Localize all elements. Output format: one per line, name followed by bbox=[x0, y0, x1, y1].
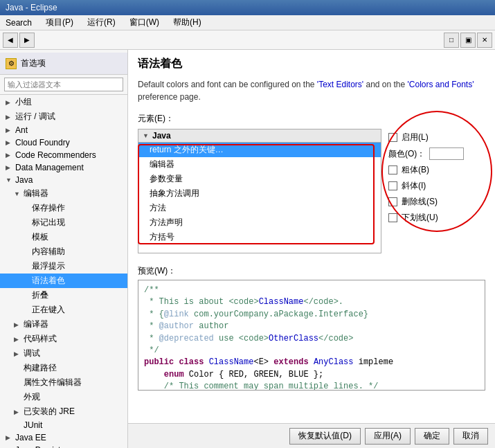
sidebar-item-compiler[interactable]: ▶编译器 bbox=[0, 317, 127, 332]
italic-row: 斜体(I) bbox=[388, 180, 485, 192]
list-item-param-var[interactable]: 参数变量 bbox=[138, 172, 381, 186]
sidebar-item-build-path[interactable]: 构建路径 bbox=[0, 361, 127, 375]
toolbar-btn-1[interactable]: ◀ bbox=[3, 33, 18, 48]
bottom-bar: 恢复默认值(D) 应用(A) 确定 取消 bbox=[128, 423, 495, 448]
color-preview[interactable] bbox=[429, 147, 464, 160]
list-item-method-decl[interactable]: 方法声明 bbox=[138, 215, 381, 230]
bold-row: 粗体(B) bbox=[388, 164, 485, 176]
strike-checkbox[interactable] bbox=[388, 197, 397, 206]
menu-window[interactable]: 窗口(W) bbox=[127, 15, 162, 30]
colors-fonts-link[interactable]: 'Colors and Fonts' bbox=[408, 80, 474, 89]
filter-container bbox=[0, 75, 127, 95]
sidebar-item-java-persistence[interactable]: ▶Java Persistence bbox=[0, 444, 127, 448]
apply-button[interactable]: 应用(A) bbox=[365, 428, 411, 445]
bold-checkbox[interactable] bbox=[388, 165, 397, 174]
enable-checkbox[interactable] bbox=[388, 133, 397, 142]
menu-run[interactable]: 运行(R) bbox=[84, 15, 118, 30]
content-inner: 语法着色 Default colors and font can be conf… bbox=[128, 50, 495, 423]
sidebar-item-label-hover: 最浮提示 bbox=[32, 260, 65, 272]
preview-line: * This is about <code>ClassName</code>. bbox=[144, 296, 479, 308]
text-editors-link[interactable]: 'Text Editors' bbox=[317, 80, 363, 89]
list-box[interactable]: ▼ Java return 之外的关键…编辑器参数变量抽象方法调用方法方法声明方… bbox=[138, 129, 381, 253]
sidebar-item-run-debug[interactable]: ▶运行 / 调试 bbox=[0, 109, 127, 124]
sidebar-item-editor[interactable]: ▼编辑器 bbox=[0, 186, 127, 201]
sidebar-item-template[interactable]: 模板 bbox=[0, 230, 127, 244]
color-row: 颜色(O)： bbox=[388, 147, 485, 160]
sidebar-item-folding[interactable]: 折叠 bbox=[0, 288, 127, 303]
sidebar-item-typing[interactable]: 正在键入 bbox=[0, 303, 127, 317]
sidebar-item-code-style[interactable]: ▶代码样式 bbox=[0, 332, 127, 346]
expand-arrow-installed-jre: ▶ bbox=[14, 409, 21, 415]
sidebar-item-junit[interactable]: JUnit bbox=[0, 419, 127, 431]
list-item-bracket[interactable]: 方括号 bbox=[138, 230, 381, 244]
sidebar-item-label-editor: 编辑器 bbox=[24, 188, 48, 199]
sidebar-item-syntax-color[interactable]: 语法着色 bbox=[0, 274, 127, 288]
two-col: ▼ Java return 之外的关键…编辑器参数变量抽象方法调用方法方法声明方… bbox=[138, 129, 485, 256]
menu-help[interactable]: 帮助(H) bbox=[170, 15, 204, 30]
sidebar-item-label-installed-jre: 已安装的 JRE bbox=[24, 406, 75, 418]
expand-arrow-group: ▶ bbox=[6, 99, 12, 106]
expand-arrow-code-recommenders: ▶ bbox=[6, 152, 12, 159]
expand-arrow-java: ▼ bbox=[143, 132, 150, 139]
sidebar-item-debug[interactable]: ▶调试 bbox=[0, 346, 127, 361]
sidebar-item-java[interactable]: ▼Java bbox=[0, 174, 127, 186]
preview-line: public class ClassName<E> extends AnyCla… bbox=[144, 357, 479, 368]
enable-row: 启用(L) bbox=[388, 132, 485, 143]
prefs-header: ⚙ 首选项 bbox=[0, 53, 127, 75]
strike-label: 删除线(S) bbox=[402, 196, 438, 208]
sidebar-item-save-actions[interactable]: 保存操作 bbox=[0, 201, 127, 215]
sidebar-item-label-typing: 正在键入 bbox=[32, 304, 65, 316]
expand-arrow-compiler: ▶ bbox=[14, 321, 21, 328]
restore-defaults-button[interactable]: 恢复默认值(D) bbox=[289, 428, 361, 445]
preview-line: * @author author bbox=[144, 321, 479, 332]
toolbar-btn-5[interactable]: ✕ bbox=[477, 33, 492, 48]
list-header-label: Java bbox=[152, 131, 171, 141]
bold-label: 粗体(B) bbox=[402, 164, 429, 176]
sidebar-item-label-content-assist: 内容辅助 bbox=[32, 246, 65, 258]
sidebar-item-ant[interactable]: ▶Ant bbox=[0, 124, 127, 136]
sidebar-item-label-build-path: 构建路径 bbox=[24, 362, 57, 374]
sidebar-item-label-group: 小组 bbox=[15, 96, 32, 108]
list-item-return-keyword[interactable]: return 之外的关键… bbox=[138, 143, 381, 157]
list-item-editor-item[interactable]: 编辑器 bbox=[138, 157, 381, 172]
expand-arrow-java-ee: ▶ bbox=[6, 434, 12, 441]
sidebar-item-hover[interactable]: 最浮提示 bbox=[0, 259, 127, 274]
list-item-abstract-method[interactable]: 抽象方法调用 bbox=[138, 186, 381, 201]
cancel-button[interactable]: 取消 bbox=[453, 428, 488, 445]
sidebar-item-cloud-foundry[interactable]: ▶Cloud Foundry bbox=[0, 136, 127, 149]
ok-button[interactable]: 确定 bbox=[415, 428, 449, 445]
expand-arrow-cloud-foundry: ▶ bbox=[6, 139, 12, 146]
toolbar-btn-3[interactable]: □ bbox=[444, 33, 459, 48]
sidebar-item-label-data-management: Data Management bbox=[15, 163, 84, 172]
element-label: 元素(E)： bbox=[138, 113, 485, 125]
color-label: 颜色(O)： bbox=[388, 148, 425, 160]
menu-project[interactable]: 项目(P) bbox=[43, 15, 76, 30]
filter-input[interactable] bbox=[4, 78, 123, 91]
sidebar-item-mark-occurrence[interactable]: 标记出现 bbox=[0, 215, 127, 230]
underline-checkbox[interactable] bbox=[388, 213, 397, 222]
preview-line: /** bbox=[144, 285, 479, 296]
expand-arrow-code-style: ▶ bbox=[14, 336, 21, 343]
sidebar-item-label-code-style: 代码样式 bbox=[24, 333, 57, 345]
sidebar-item-group[interactable]: ▶小组 bbox=[0, 95, 127, 109]
list-items-container: return 之外的关键…编辑器参数变量抽象方法调用方法方法声明方括号 bbox=[138, 143, 381, 244]
sidebar-item-content-assist[interactable]: 内容辅助 bbox=[0, 244, 127, 259]
sidebar-item-label-java-ee: Java EE bbox=[15, 433, 46, 442]
sidebar-item-installed-jre[interactable]: ▶已安装的 JRE bbox=[0, 404, 127, 419]
menu-search[interactable]: Search bbox=[3, 17, 35, 29]
toolbar-btn-4[interactable]: ▣ bbox=[460, 33, 476, 48]
sidebar-item-java-ee[interactable]: ▶Java EE bbox=[0, 431, 127, 444]
toolbar-btn-2[interactable]: ▶ bbox=[19, 33, 35, 48]
list-box-wrapper: ▼ Java return 之外的关键…编辑器参数变量抽象方法调用方法方法声明方… bbox=[138, 129, 381, 253]
italic-checkbox[interactable] bbox=[388, 181, 397, 190]
sidebar-item-data-management[interactable]: ▶Data Management bbox=[0, 161, 127, 174]
expand-arrow-run-debug: ▶ bbox=[6, 114, 12, 120]
list-item-method[interactable]: 方法 bbox=[138, 201, 381, 215]
page-title: 语法着色 bbox=[138, 57, 485, 71]
expand-arrow-java: ▼ bbox=[6, 177, 12, 183]
sidebar-item-props-editor[interactable]: 属性文件编辑器 bbox=[0, 375, 127, 390]
sidebar-item-label-appearance: 外观 bbox=[24, 391, 40, 403]
sidebar-item-appearance[interactable]: 外观 bbox=[0, 390, 127, 404]
sidebar-item-code-recommenders[interactable]: ▶Code Recommenders bbox=[0, 149, 127, 161]
preview-line: * @deprecated use <code>OtherClass</code… bbox=[144, 333, 479, 345]
